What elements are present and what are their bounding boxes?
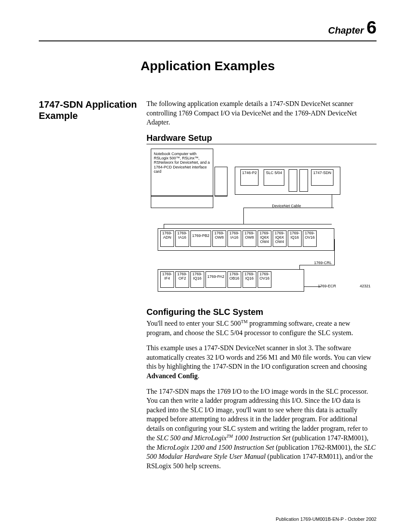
- publication-footer: Publication 1769-UM001B-EN-P - October 2…: [276, 516, 377, 522]
- config-p2: This example uses a 1747-SDN DeviceNet s…: [146, 343, 377, 380]
- chapter-word: Chapter: [328, 25, 364, 36]
- row2-mod: 1769-PA2: [206, 271, 226, 288]
- diagram-line: [215, 196, 227, 196]
- fig-id: 42321: [353, 284, 371, 288]
- row2-mod: 1769- IQ16: [243, 271, 256, 288]
- row1-mod: 1769- OW8: [243, 230, 256, 247]
- row2-mod: 1769- OF2: [175, 271, 189, 288]
- config-p1: You'll need to enter your SLC 500TM prog…: [146, 319, 377, 338]
- hardware-diagram: Notebook Computer with RSLogix 500™, RSL…: [146, 149, 371, 299]
- config-p3: The 1747-SDN maps the 1769 I/O to the I/…: [146, 387, 377, 471]
- row1-mod: 1769-PB2: [190, 230, 211, 247]
- diagram-line: [334, 239, 335, 265]
- row1-mod: 1769- OV16: [303, 230, 317, 247]
- row1-mod: 1769- ADN: [160, 230, 174, 247]
- module-slot-empty-1: [289, 169, 297, 192]
- row2-mod: 1769- IF4: [160, 271, 174, 288]
- diagram-line: [164, 224, 164, 228]
- header-rule: [39, 40, 377, 41]
- crl-label: 1769-CRL: [306, 261, 332, 265]
- intro-paragraph: The following application example detail…: [146, 99, 377, 127]
- row1-mod: 1769- IA16: [227, 230, 241, 247]
- hardware-setup-heading: Hardware Setup: [146, 133, 377, 144]
- config-heading: Configuring the SLC System: [146, 307, 377, 317]
- module-slc504: SLC 5/04: [264, 169, 284, 186]
- chapter-number: 6: [367, 17, 377, 38]
- module-slot-empty-2: [299, 169, 308, 192]
- row1-mod: 1769- IQ16: [288, 230, 302, 247]
- row2-mod: 1769- IQ16: [190, 271, 204, 288]
- laptop-base: [151, 196, 213, 208]
- diagram-line: [299, 265, 300, 269]
- cable-label: DeviceNet Cable: [256, 204, 317, 208]
- module-1747-sdn: 1747-SDN: [311, 169, 333, 186]
- diagram-line: [332, 195, 332, 208]
- intro-row: 1747-SDN Application Example The followi…: [39, 99, 377, 476]
- diagram-line: [164, 224, 332, 224]
- page: Chapter 6 Application Examples 1747-SDN …: [0, 0, 411, 532]
- row1-mod: 1769- IQ6X OW4: [258, 230, 271, 247]
- row1-mod: 1769- IA16: [175, 230, 189, 247]
- module-1746-p2: 1746-P2: [240, 169, 258, 186]
- chapter-header: Chapter 6: [39, 17, 377, 38]
- row1-mod: 1769- IQ6X OW4: [273, 230, 286, 247]
- row1-mod: 1769- OW8: [212, 230, 226, 247]
- diagram-line: [243, 208, 244, 224]
- row2-mod: 1769- OV16: [258, 271, 271, 288]
- notebook-text: Notebook Computer with RSLogix 500™, RSL…: [154, 152, 210, 174]
- side-heading: 1747-SDN Application Example: [39, 99, 138, 122]
- notebook-box: Notebook Computer with RSLogix 500™, RSL…: [151, 149, 213, 196]
- page-title: Application Examples: [39, 59, 377, 73]
- row2-mod: 1769- OB16: [227, 271, 241, 288]
- laptop-screen: [215, 167, 227, 196]
- ecr-label: 1769-ECR: [318, 284, 342, 288]
